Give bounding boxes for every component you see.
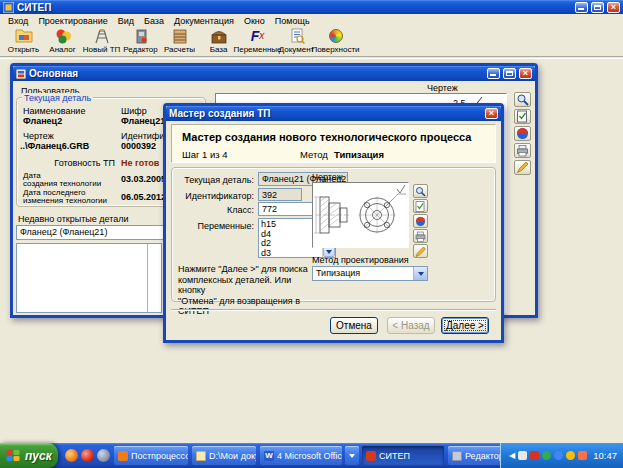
chevron-down-icon: [349, 454, 355, 458]
tray-app-icon[interactable]: [578, 451, 587, 460]
app-minimize-button[interactable]: [575, 2, 588, 13]
wizard-titlebar: Мастер создания ТП ×: [166, 106, 501, 121]
menu-item-design[interactable]: Проектирование: [33, 16, 112, 26]
new-tp-easel-icon: [92, 28, 112, 44]
calculations-icon: [170, 28, 190, 44]
drawing-area-label: Чертеж: [427, 83, 458, 93]
preview-edit-button[interactable]: [413, 244, 428, 258]
recent-parts-listbox[interactable]: [16, 243, 162, 313]
tray-collapse-icon[interactable]: ◀: [509, 451, 515, 460]
toolbar-button-new-tp[interactable]: Новый ТП: [82, 28, 121, 56]
zoom-icon: [415, 186, 426, 197]
menu-item-entry[interactable]: Вход: [3, 16, 33, 26]
recent-parts-label: Недавно открытые детали: [18, 214, 129, 224]
wizard-method-value: Типизация: [334, 149, 384, 160]
task-icon: [118, 451, 128, 461]
wizard-title: Мастер создания ТП: [169, 108, 482, 119]
created-date-value: 03.03.2005: [121, 174, 166, 184]
drawing-print-button[interactable]: [514, 143, 531, 158]
taskbar-task-explorer[interactable]: D:\Мои документы\...: [192, 446, 256, 465]
start-button[interactable]: пуск: [0, 443, 58, 468]
part-code-value: Фланец21: [121, 116, 165, 126]
roughness-mark: [397, 185, 405, 193]
menu-item-window[interactable]: Окно: [239, 16, 270, 26]
drawing-edit-button[interactable]: [514, 160, 531, 175]
recent-parts-combobox[interactable]: Фланец2 (Фланец21): [16, 225, 184, 240]
toolbar-button-calculations[interactable]: Расчеты: [160, 28, 199, 56]
design-method-combobox[interactable]: Типизация: [312, 266, 428, 281]
zoom-icon: [516, 93, 529, 106]
cancel-button[interactable]: Отмена: [330, 317, 378, 334]
toolbar-button-analog[interactable]: Аналог: [43, 28, 82, 56]
current-part-group-title: Текущая деталь: [22, 93, 93, 103]
changed-date-value: 06.05.2012: [121, 192, 166, 202]
quick-launch-icon-1[interactable]: [65, 449, 78, 462]
chevron-down-icon[interactable]: [413, 267, 427, 280]
toolbar-button-open[interactable]: Открыть: [4, 28, 43, 56]
menu-item-view[interactable]: Вид: [113, 16, 139, 26]
wizard-form-group: Текущая деталь: Идентификатор: Класс: Пе…: [171, 167, 496, 302]
wizard-class-label: Класс:: [174, 205, 254, 215]
open-folder-icon: [14, 28, 34, 44]
toolbar-button-editor[interactable]: Редактор: [121, 28, 160, 56]
design-method-label: Метод проектирования: [312, 255, 409, 265]
pencil-icon: [415, 246, 426, 257]
wizard-id-label: Идентификатор:: [174, 191, 254, 201]
base-chest-icon: [209, 28, 229, 44]
drawing-zoom-button[interactable]: [514, 92, 531, 107]
editor-icon: [452, 451, 462, 461]
desktop: СИТЕП × Вход Проектирование Вид База Док…: [0, 0, 623, 468]
analog-shapes-icon: [53, 28, 73, 44]
tray-status-yellow-icon[interactable]: [566, 451, 575, 460]
menu-item-base[interactable]: База: [139, 16, 169, 26]
main-window-title: Основная: [29, 68, 484, 79]
folder-icon: [196, 451, 206, 461]
app-close-button[interactable]: ×: [607, 2, 620, 13]
part-name-value: Фланец2: [23, 116, 62, 126]
taskbar-group-chevron[interactable]: [345, 446, 359, 465]
fx-variables-icon: Fx: [251, 28, 265, 44]
toolbar-button-base[interactable]: База: [199, 28, 238, 56]
toolbar-button-surfaces[interactable]: Поверхности: [316, 28, 355, 56]
next-button[interactable]: Далее >: [441, 317, 489, 334]
preview-globe-button[interactable]: [413, 214, 428, 228]
taskbar-task-office[interactable]: W 4 Microsoft Office ...: [260, 446, 342, 465]
quick-launch-icon-3[interactable]: [97, 449, 110, 462]
taskbar: пуск Постпроцессоры. Чт... D:\Мои докуме…: [0, 443, 623, 468]
taskbar-task-postprocessors[interactable]: Постпроцессоры. Чт...: [114, 446, 188, 465]
back-button[interactable]: < Назад: [387, 317, 435, 334]
tray-status-green-icon[interactable]: [542, 451, 551, 460]
tray-volume-icon[interactable]: [518, 451, 527, 460]
toolbar-button-document[interactable]: Документ: [277, 28, 316, 56]
editor-tool-icon: [131, 28, 151, 44]
changed-date-label-2: изменения технологии: [23, 196, 107, 205]
sheet-check-icon: [516, 110, 529, 123]
main-close-button[interactable]: ×: [519, 68, 532, 79]
drawing-globe-button[interactable]: [514, 126, 531, 141]
menu-item-help[interactable]: Помощь: [270, 16, 315, 26]
taskbar-clock[interactable]: 10:47: [593, 450, 617, 461]
wizard-drawing-preview[interactable]: [312, 182, 409, 248]
toolbar-button-variables[interactable]: Fx Переменные: [238, 28, 277, 56]
preview-zoom-button[interactable]: [413, 184, 428, 198]
preview-print-button[interactable]: [413, 229, 428, 243]
tray-shield-icon[interactable]: [530, 451, 539, 460]
app-titlebar: СИТЕП ×: [0, 0, 623, 14]
app-maximize-button[interactable]: [591, 2, 604, 13]
tray-network-icon[interactable]: [554, 451, 563, 460]
readiness-value: Не готов: [121, 158, 159, 168]
quick-launch-icon-2[interactable]: [81, 449, 94, 462]
main-window-icon: [16, 69, 26, 79]
wizard-method-label: Метод: [300, 149, 328, 160]
wizard-step: Шаг 1 из 4: [182, 149, 228, 160]
preview-sheet-button[interactable]: [413, 199, 428, 213]
wizard-separator: [171, 309, 496, 311]
main-minimize-button[interactable]: [487, 68, 500, 79]
taskbar-task-sitep[interactable]: СИТЕП: [362, 446, 444, 465]
menu-item-documentation[interactable]: Документация: [169, 16, 239, 26]
main-toolbar: Открыть Аналог Новый ТП Редактор Расчеты…: [0, 27, 623, 57]
wizard-close-button[interactable]: ×: [485, 108, 498, 119]
drawing-sheet-button[interactable]: [514, 109, 531, 124]
main-maximize-button[interactable]: [503, 68, 516, 79]
part-name-label: Наименование: [23, 106, 85, 116]
